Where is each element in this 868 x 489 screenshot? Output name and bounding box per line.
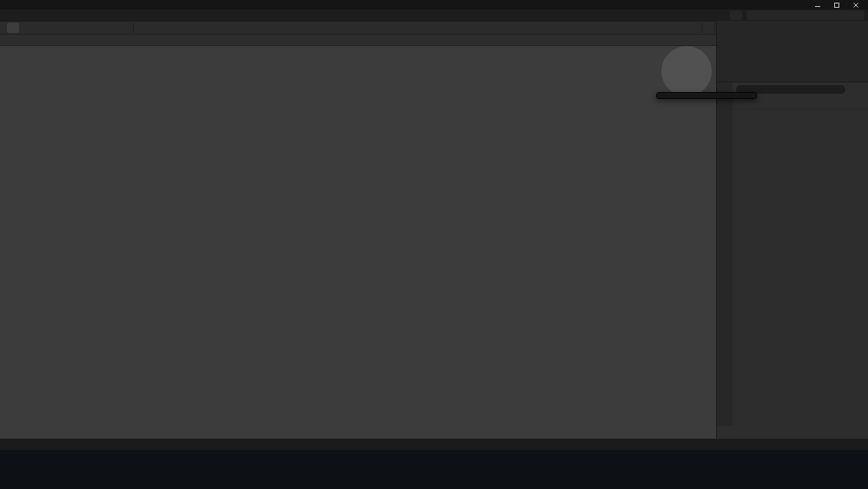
navigation-gizmo[interactable] <box>661 46 712 96</box>
view-layer-selector[interactable] <box>746 10 865 20</box>
windows-taskbar <box>0 450 868 489</box>
maximize-button[interactable] <box>828 1 845 9</box>
status-bar <box>0 439 868 450</box>
tool-settings-bar <box>0 35 716 46</box>
outliner <box>717 21 868 82</box>
scene-selector[interactable] <box>730 10 742 20</box>
titlebar <box>0 0 868 10</box>
minimize-button[interactable] <box>809 1 826 9</box>
close-button[interactable] <box>847 1 865 9</box>
viewport-canvas[interactable] <box>0 46 716 439</box>
menubar <box>0 10 868 21</box>
properties-editor <box>717 82 868 426</box>
add-workspace-button[interactable] <box>18 10 30 21</box>
mode-dropdown[interactable] <box>7 23 19 33</box>
right-panel <box>716 21 868 439</box>
properties-tabs <box>717 83 733 426</box>
blender-window <box>0 0 868 489</box>
tooltip <box>656 92 757 99</box>
viewport-3d[interactable] <box>0 35 716 439</box>
